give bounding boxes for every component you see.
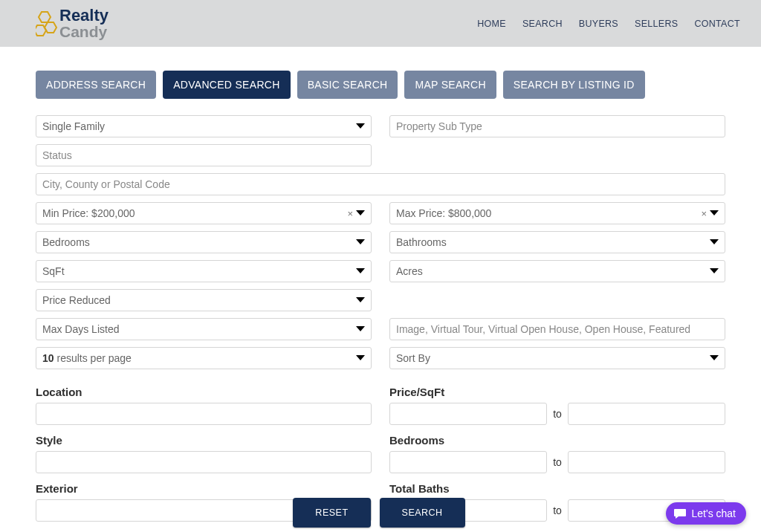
bathrooms-select[interactable]: Bathrooms: [389, 231, 725, 253]
svg-marker-10: [356, 297, 365, 302]
range-to: to: [553, 505, 562, 516]
tab-address-search[interactable]: ADDRESS SEARCH: [36, 71, 156, 99]
svg-marker-7: [710, 239, 719, 244]
svg-marker-0: [39, 12, 51, 22]
nav-contact[interactable]: CONTACT: [694, 19, 740, 29]
brand-line1: Realty: [59, 7, 109, 24]
chevron-down-icon: [710, 355, 719, 361]
nav-search[interactable]: SEARCH: [522, 19, 563, 29]
advanced-search-form: Single Family Property Sub Type Status C…: [0, 99, 761, 532]
style-input[interactable]: [36, 451, 372, 473]
exterior-label: Exterior: [36, 482, 372, 495]
chevron-down-icon: [710, 239, 719, 245]
chevron-down-icon: [356, 210, 365, 216]
chevron-down-icon: [356, 297, 365, 303]
property-type-select[interactable]: Single Family: [36, 115, 372, 137]
chevron-down-icon: [710, 210, 719, 216]
bedrooms-select[interactable]: Bedrooms: [36, 231, 372, 253]
chevron-down-icon: [356, 123, 365, 129]
tab-listing-id-search[interactable]: SEARCH BY LISTING ID: [503, 71, 645, 99]
clear-icon[interactable]: ×: [347, 208, 353, 219]
tab-map-search[interactable]: MAP SEARCH: [404, 71, 496, 99]
search-tabs: ADDRESS SEARCH ADVANCED SEARCH BASIC SEA…: [0, 47, 761, 99]
chevron-down-icon: [710, 268, 719, 274]
sqft-select[interactable]: SqFt: [36, 260, 372, 282]
svg-marker-12: [356, 355, 365, 360]
chevron-down-icon: [356, 268, 365, 274]
location-label: Location: [36, 386, 372, 398]
status-field[interactable]: Status: [36, 144, 372, 166]
nav-sellers[interactable]: SELLERS: [635, 19, 678, 29]
svg-marker-13: [710, 355, 719, 360]
search-button[interactable]: SEARCH: [380, 498, 465, 528]
nav-home[interactable]: HOME: [477, 19, 506, 29]
chevron-down-icon: [356, 355, 365, 361]
sort-by-select[interactable]: Sort By: [389, 347, 725, 369]
range-to: to: [553, 456, 562, 468]
city-county-postal-input[interactable]: City, County or Postal Code: [36, 173, 725, 195]
site-header: Realty Candy HOME SEARCH BUYERS SELLERS …: [0, 0, 761, 47]
tab-basic-search[interactable]: BASIC SEARCH: [297, 71, 398, 99]
price-sqft-max-input[interactable]: [568, 403, 725, 425]
total-baths-label: Total Baths: [389, 482, 725, 495]
property-sub-type-field[interactable]: Property Sub Type: [389, 115, 725, 137]
svg-marker-4: [356, 210, 365, 215]
range-to: to: [553, 408, 562, 420]
bedrooms-max-input[interactable]: [568, 451, 725, 473]
location-input[interactable]: [36, 403, 372, 425]
chevron-down-icon: [356, 326, 365, 332]
svg-marker-9: [710, 268, 719, 273]
style-label: Style: [36, 434, 372, 447]
max-price-select[interactable]: Max Price: $800,000 ×: [389, 202, 725, 224]
results-per-page-select[interactable]: 10 results per page: [36, 347, 372, 369]
price-sqft-label: Price/SqFt: [389, 386, 725, 398]
chevron-down-icon: [356, 239, 365, 245]
top-nav: HOME SEARCH BUYERS SELLERS CONTACT: [477, 19, 740, 29]
chat-label: Let's chat: [692, 507, 736, 519]
price-sqft-min-input[interactable]: [389, 403, 547, 425]
brand-logo: Realty Candy: [36, 7, 109, 39]
logo-hex-icon: [36, 9, 58, 39]
min-price-select[interactable]: Min Price: $200,000 ×: [36, 202, 372, 224]
image-tour-field[interactable]: Image, Virtual Tour, Virtual Open House,…: [389, 318, 725, 340]
svg-marker-5: [710, 210, 719, 215]
clear-icon[interactable]: ×: [701, 208, 707, 219]
brand-line2: Candy: [59, 24, 109, 39]
price-reduced-select[interactable]: Price Reduced: [36, 289, 372, 311]
svg-marker-6: [356, 239, 365, 244]
svg-marker-11: [356, 326, 365, 331]
nav-buyers[interactable]: BUYERS: [579, 19, 618, 29]
tab-advanced-search[interactable]: ADVANCED SEARCH: [163, 71, 291, 99]
bedrooms-min-input[interactable]: [389, 451, 547, 473]
acres-select[interactable]: Acres: [389, 260, 725, 282]
chat-icon: [673, 507, 687, 519]
chat-widget[interactable]: Let's chat: [666, 502, 747, 525]
bedrooms-range-label: Bedrooms: [389, 434, 725, 447]
reset-button[interactable]: RESET: [293, 498, 370, 528]
svg-marker-3: [356, 123, 365, 129]
max-days-listed-select[interactable]: Max Days Listed: [36, 318, 372, 340]
svg-marker-8: [356, 268, 365, 273]
svg-marker-2: [36, 25, 46, 36]
